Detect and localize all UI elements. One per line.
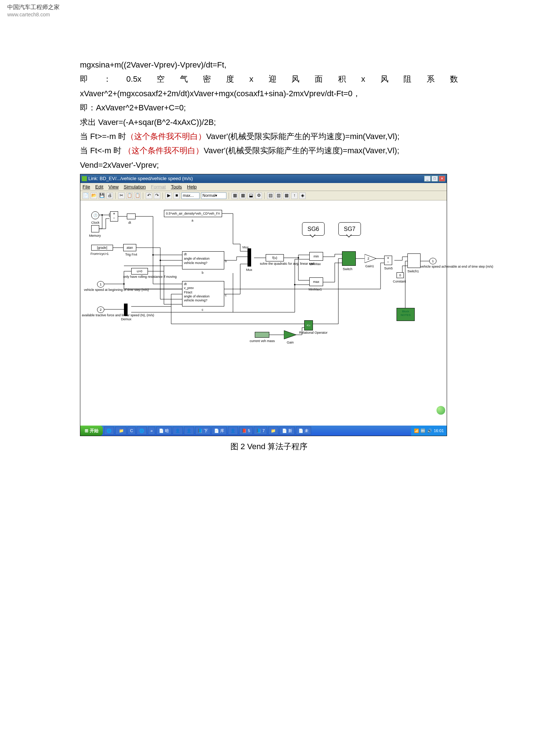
demux-block[interactable] xyxy=(124,304,128,316)
task-item-5[interactable]: 📄 暗 xyxy=(156,427,172,435)
b-label: b xyxy=(202,270,204,276)
new-button[interactable]: 📄 xyxy=(83,192,89,199)
open-button[interactable]: 📂 xyxy=(90,192,97,199)
outport-1[interactable]: 1 xyxy=(429,258,437,264)
sum5-label: Sum5 xyxy=(384,266,393,271)
constant-block[interactable]: 0 xyxy=(397,272,404,278)
rolling-label: only have rolling resistance if moving xyxy=(123,275,156,279)
redo-button[interactable]: ↷ xyxy=(154,192,160,199)
task-item-13[interactable]: 📁 xyxy=(268,427,278,435)
start-button[interactable]: ⊞ 开始 xyxy=(80,426,103,436)
task-item-10[interactable]: 👤 xyxy=(228,427,238,435)
sum5-block[interactable]: +− xyxy=(384,256,392,265)
mode-dropdown[interactable]: Normal ▾ xyxy=(201,192,226,199)
lang-indicator[interactable]: 🔤 xyxy=(421,427,426,434)
undo-button[interactable]: ↶ xyxy=(146,192,152,199)
paste-button[interactable]: 📋 xyxy=(134,192,141,199)
c-out-label: c xyxy=(225,293,227,298)
window-title: Link: BD_EV/.../vehicle speed/vehicle sp… xyxy=(88,175,424,183)
mux-label: Mux xyxy=(246,267,252,273)
fcn-block[interactable]: f(u) xyxy=(266,254,284,261)
print-button[interactable]: 🖨 xyxy=(106,192,113,199)
condition-line-2: 当 Ft<-m 时 （这个条件我不明白）Vaver'(机械受限实际能产生的平均速… xyxy=(80,144,458,157)
task-item-12[interactable]: 📘 7 xyxy=(254,427,267,435)
play-button[interactable]: ▶ xyxy=(165,192,172,199)
task-item-4[interactable]: » xyxy=(148,427,155,435)
gain1-block[interactable]: 2 xyxy=(365,254,376,263)
task-item-2[interactable]: C xyxy=(128,427,136,435)
fcn-label: solve the quadratic for avg. linear spd xyxy=(260,262,293,265)
cut-button[interactable]: ✂ xyxy=(118,192,125,199)
floating-orb-icon[interactable] xyxy=(437,406,445,415)
switch-block[interactable] xyxy=(342,251,356,266)
max-block[interactable]: max xyxy=(309,277,323,286)
menu-file[interactable]: File xyxy=(83,183,90,191)
task-item-6[interactable]: 👤 xyxy=(173,427,183,435)
stop-time-field[interactable]: max... xyxy=(181,192,200,199)
tool-c[interactable]: ⬓ xyxy=(248,192,254,199)
stop-button[interactable]: ■ xyxy=(173,192,180,199)
dt-block[interactable] xyxy=(127,214,136,219)
tool-a[interactable]: ▦ xyxy=(232,192,238,199)
menu-help[interactable]: Help xyxy=(187,183,197,191)
menu-tools[interactable]: Tools xyxy=(171,183,182,191)
relop-label: Relational Operator xyxy=(299,331,319,334)
maximize-button[interactable]: □ xyxy=(431,176,438,182)
task-item-15[interactable]: 📄 未 xyxy=(296,427,311,435)
demux-label: Demux xyxy=(121,317,132,322)
c-subsystem[interactable]: dt v_prev Ftract angle of elevation vehi… xyxy=(182,281,224,306)
save-button[interactable]: 💾 xyxy=(98,192,105,199)
b-subsystem[interactable]: dt angle of elevation vehicle moving? xyxy=(182,251,224,269)
compare-block[interactable]: u>0 xyxy=(131,268,148,275)
tool-d[interactable]: ⚙ xyxy=(256,192,262,199)
model-canvas[interactable]: 🕐 Clock Memory +− dt 0.5*veh_air_density… xyxy=(80,200,447,426)
minimize-button[interactable]: _ xyxy=(424,176,431,182)
min-block[interactable]: min xyxy=(309,252,323,261)
task-item-8[interactable]: 📘 下 xyxy=(195,427,210,435)
switch1-block[interactable] xyxy=(407,253,421,268)
tool-g[interactable]: ▦ xyxy=(283,192,290,199)
taskbar: ⊞ 开始 🌐 📁 C 🌐 » 📄 暗 👤 👤 📘 下 📄 库 👤 📕 5 📘 7… xyxy=(80,426,447,436)
nav-up-button[interactable]: ↑ xyxy=(291,192,298,199)
clock-block[interactable]: 🕐 xyxy=(91,211,99,219)
sum-dt-block[interactable]: +− xyxy=(110,211,118,221)
inport-1[interactable]: 1 xyxy=(97,281,104,288)
notes-block[interactable]: Block NOTES xyxy=(397,308,415,321)
mux-block[interactable] xyxy=(248,248,251,267)
task-item-11[interactable]: 📕 5 xyxy=(239,427,253,435)
svg-marker-6 xyxy=(365,254,376,263)
copy-button[interactable]: 📋 xyxy=(126,192,133,199)
task-item-3[interactable]: 🌐 xyxy=(137,427,147,435)
volume-icon[interactable]: 🔊 xyxy=(427,427,432,434)
svg-point-4 xyxy=(294,284,295,285)
tray-icon[interactable]: 📶 xyxy=(414,427,419,434)
constant-label: Constant xyxy=(393,279,406,284)
atan-block[interactable]: atan xyxy=(123,244,136,251)
tool-e[interactable]: ▤ xyxy=(267,192,274,199)
inport-2[interactable]: 2 xyxy=(97,306,104,313)
from-grade-block[interactable]: [grade] xyxy=(91,245,113,251)
air-density-block[interactable]: 0.5*veh_air_density*veh_CD*veh_FA xyxy=(164,210,222,217)
tool-f[interactable]: ▥ xyxy=(275,192,282,199)
close-button[interactable]: ✕ xyxy=(439,176,445,182)
mass-block[interactable] xyxy=(255,332,269,338)
quick-launch[interactable]: 🌐 xyxy=(104,427,114,435)
relop-block[interactable]: <= xyxy=(304,320,313,330)
svg-point-5 xyxy=(298,257,299,259)
memory-block[interactable] xyxy=(91,225,99,232)
task-item-9[interactable]: 📄 库 xyxy=(212,427,227,435)
system-tray[interactable]: 📶 🔤 🔊 16:01 xyxy=(411,426,447,436)
task-item-7[interactable]: 👤 xyxy=(184,427,194,435)
tool-b[interactable]: ▦ xyxy=(240,192,246,199)
tool-h[interactable]: ◈ xyxy=(299,192,306,199)
gain-block[interactable] xyxy=(284,330,296,339)
menu-view[interactable]: View xyxy=(108,183,118,191)
window-titlebar[interactable]: Link: BD_EV/.../vehicle speed/vehicle sp… xyxy=(80,174,447,183)
menu-simulation[interactable]: Simulation xyxy=(124,183,146,191)
menu-edit[interactable]: Edit xyxy=(95,183,103,191)
task-item-1[interactable]: 📁 xyxy=(115,427,126,435)
menu-bar: File Edit View Simulation Format Tools H… xyxy=(80,183,447,191)
task-item-14[interactable]: 📄 新 xyxy=(279,427,295,435)
trig-label: Trig Fn4 xyxy=(125,252,138,257)
callout-sg7: SG7 xyxy=(338,222,361,236)
